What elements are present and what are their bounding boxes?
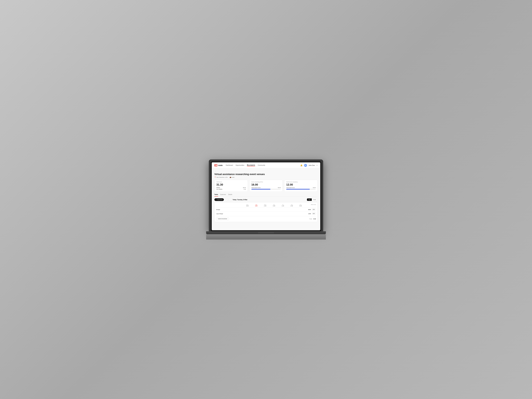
tab-expenses[interactable]: Expenses: [220, 194, 226, 196]
day-header-sun: Sun 0:00: [296, 204, 305, 207]
tab-details[interactable]: Details: [228, 194, 232, 196]
week-progress-fill: [286, 189, 310, 190]
stat-hours-remaining: Hours remaining (35%) 16.00 Total projec…: [249, 180, 283, 192]
task-design-name: Design: [216, 209, 243, 210]
laptop-base: [206, 231, 326, 234]
timesheet-row-design: Design 8:00 Edit: [216, 207, 316, 211]
day-headers: Mon 9:00 Tue 3:00 Wed 2:00: [216, 204, 316, 207]
tabs: Tasks Expenses Details: [214, 194, 318, 197]
billable-label: Billable: [216, 187, 220, 188]
logo-text: rosie: [218, 164, 222, 166]
location-icon: 📍: [214, 177, 216, 178]
user-name: John Doe: [309, 165, 315, 166]
main-content: › Virtual assistance researching event v…: [212, 168, 320, 230]
plus-icon: +: [216, 199, 216, 200]
week-progress-track: [286, 189, 316, 190]
total-project-row: Total project hours 50.00: [251, 187, 281, 188]
total-week-value: 20.00: [313, 187, 316, 188]
nav-community[interactable]: Community: [258, 165, 265, 166]
logo: rosie: [214, 164, 222, 166]
screen-bezel: rosie Dashboard Opportunities My project…: [211, 161, 321, 231]
meta-loan: 💼 Loan: [230, 177, 234, 178]
total-week-row: Total week hours 20.00: [286, 187, 316, 188]
hours-progress-track: [251, 189, 281, 190]
day-header-tue: Tue 3:00: [252, 204, 260, 207]
billable-row: Billable 30.00: [216, 187, 246, 188]
stat-week-hours: Week hours remaining 12.00 Total week ho…: [284, 180, 318, 192]
timesheet-card: Mon 9:00 Tue 3:00 Wed 2:00: [214, 202, 318, 222]
timesheet-row-logo: Logo design 1:00 Edit: [216, 211, 316, 215]
laptop-body: rosie Dashboard Opportunities My project…: [209, 159, 323, 231]
nav-dashboard[interactable]: Dashboard: [226, 165, 233, 166]
day-header-wed: Wed 2:00: [261, 204, 269, 207]
total-hours-label: Total hours: [216, 181, 246, 183]
logo-week-total-cell: 1:00 Edit: [305, 212, 316, 215]
avatar: JD: [304, 164, 307, 167]
hours-progress-fill: [251, 189, 270, 190]
today-label: Today: Tuesday, 24 Mar: [233, 199, 247, 200]
submit-timesheet-button[interactable]: Submit timesheet: [216, 217, 229, 220]
nav-opportunities[interactable]: Opportunities: [235, 165, 244, 166]
tab-tasks[interactable]: Tasks: [214, 194, 218, 196]
meta-location: 📍 San Francisco, USA: [214, 177, 228, 178]
timesheet-toolbar: + Track time ‹ › Today: Tuesday, 24 Mar …: [214, 198, 318, 201]
screen: rosie Dashboard Opportunities My project…: [212, 162, 320, 230]
chevron-down-icon: ▼: [317, 165, 318, 166]
total-week-label: Total week hours: [286, 187, 295, 188]
week-hours-value: 12.00: [286, 183, 316, 186]
next-week-button[interactable]: ›: [229, 198, 231, 201]
nav-right: 🔔 JD John Doe ▼: [300, 164, 318, 167]
table-surface: [206, 234, 326, 240]
day-header-thu: Thu 3:00: [270, 204, 278, 207]
design-total: 8:00: [308, 209, 311, 210]
loan-icon: 💼: [230, 177, 231, 178]
logo-edit-button[interactable]: Edit: [311, 212, 316, 215]
svg-rect-1: [215, 165, 216, 166]
day-header-fri: Fri 1:00: [279, 204, 287, 207]
view-day-button[interactable]: Day: [307, 198, 312, 201]
trackpad-notch: [258, 233, 274, 233]
hours-remaining-value: 16.00: [251, 183, 281, 186]
stat-total-hours: Total hours 31.30 Billable 30.00 Non-bil…: [214, 180, 248, 192]
total-hours-value: 31.30: [216, 183, 246, 186]
view-week-button[interactable]: Week: [312, 198, 317, 201]
prev-week-button[interactable]: ‹: [225, 198, 228, 201]
app: rosie Dashboard Opportunities My project…: [212, 162, 320, 230]
task-logo-name: Logo design: [216, 213, 243, 214]
track-time-button[interactable]: + Track time: [214, 198, 224, 201]
total-label: Total:: [309, 218, 312, 220]
nav-links: Dashboard Opportunities My projects Comm…: [226, 164, 297, 166]
stats-row: Total hours 31.30 Billable 30.00 Non-bil…: [214, 180, 318, 192]
total-project-value: 50.00: [278, 187, 281, 188]
timesheet-footer: Submit timesheet Total: 9:00: [216, 216, 316, 220]
laptop-scene: rosie Dashboard Opportunities My project…: [206, 159, 326, 240]
view-toggle: Day Week: [307, 198, 318, 201]
svg-rect-0: [215, 165, 216, 165]
day-header-mon: Mon 9:00: [243, 204, 252, 207]
loan-text: Loan: [232, 177, 234, 178]
billable-value: 30.00: [243, 187, 246, 188]
logo-total: 1:00: [308, 213, 311, 214]
breadcrumb-separator: ›: [215, 170, 215, 172]
navbar: rosie Dashboard Opportunities My project…: [212, 162, 320, 168]
day-header-sat: Sat 2:00: [288, 204, 296, 207]
hours-remaining-label: Hours remaining (35%): [251, 181, 281, 183]
total-row: Total: 9:00: [309, 218, 316, 220]
design-edit-button[interactable]: Edit: [311, 208, 316, 211]
breadcrumb: ›: [214, 170, 318, 172]
location-text: San Francisco, USA: [216, 177, 228, 178]
page-title: Virtual assistance researching event ven…: [214, 173, 318, 176]
design-week-total-cell: 8:00 Edit: [305, 208, 316, 211]
non-billable-row: Non-billable 1.30: [216, 189, 246, 190]
logo-icon: [214, 164, 217, 166]
week-hours-label: Week hours remaining: [286, 181, 316, 183]
total-value: 9:00: [313, 218, 316, 220]
project-meta: 📍 San Francisco, USA 💼 Loan: [214, 177, 318, 178]
bell-icon[interactable]: 🔔: [300, 164, 303, 166]
week-total-column-header: Week total: [305, 204, 316, 207]
task-column-header: [216, 204, 243, 207]
nav-myprojects[interactable]: My projects: [247, 164, 255, 166]
svg-rect-2: [216, 165, 217, 166]
non-billable-value: 1.30: [244, 189, 246, 190]
non-billable-label: Non-billable: [216, 189, 222, 190]
